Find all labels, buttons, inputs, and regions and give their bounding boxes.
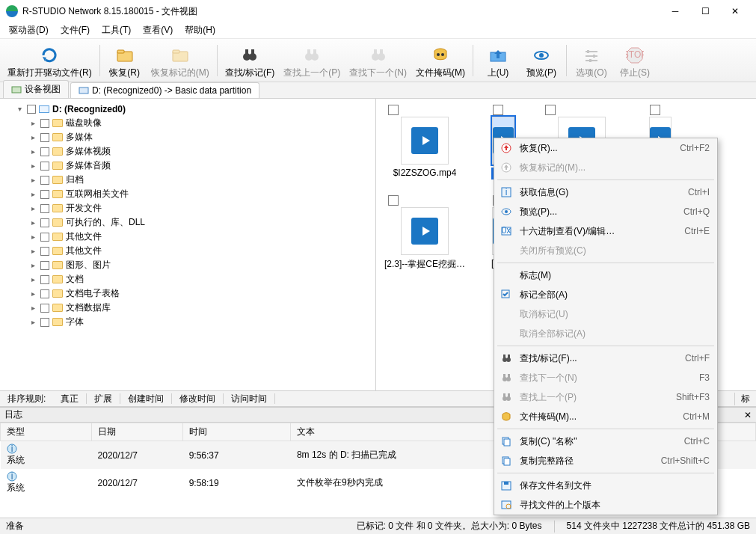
- close-button[interactable]: ✕: [720, 0, 750, 22]
- checkbox[interactable]: [40, 190, 49, 199]
- tree-item-label[interactable]: 归档: [66, 174, 84, 186]
- context-menu-item[interactable]: 寻找文件的上个版本: [494, 495, 717, 515]
- checkbox[interactable]: [40, 247, 49, 256]
- menu-item[interactable]: 帮助(H): [179, 22, 221, 38]
- toolbar-preview-button[interactable]: 预览(P): [520, 42, 563, 81]
- log-header[interactable]: 日期: [92, 423, 183, 441]
- context-menu-item[interactable]: 复制完整路径Ctrl+Shift+C: [494, 451, 717, 470]
- toolbar-recover-button[interactable]: 恢复(R): [103, 42, 147, 81]
- expand-icon[interactable]: ▸: [28, 119, 37, 127]
- checkbox[interactable]: [40, 304, 49, 313]
- checkbox[interactable]: [388, 105, 399, 115]
- expand-icon[interactable]: ▸: [28, 190, 37, 198]
- sort-item[interactable]: 真正: [53, 393, 87, 404]
- checkbox[interactable]: [40, 275, 49, 284]
- expand-icon[interactable]: ▸: [28, 233, 37, 241]
- tree-item-label[interactable]: 其他文件: [66, 245, 102, 257]
- tree-root-label[interactable]: D: (Recognized0): [52, 104, 126, 114]
- checkbox[interactable]: [40, 289, 49, 298]
- tree-item-label[interactable]: 多媒体视频: [66, 145, 111, 158]
- svg-point-16: [437, 53, 440, 56]
- tree-item-label[interactable]: 文档电子表格: [66, 287, 120, 300]
- svg-text:i: i: [10, 471, 13, 482]
- expand-icon[interactable]: ▸: [28, 247, 37, 255]
- context-menu-item[interactable]: 保存文件名到文件: [494, 476, 717, 495]
- svg-rect-47: [508, 355, 510, 358]
- checkbox[interactable]: [40, 261, 49, 270]
- expand-icon[interactable]: ▸: [28, 176, 37, 184]
- expand-icon[interactable]: ▸: [28, 304, 37, 312]
- checkbox[interactable]: [40, 162, 49, 171]
- checkbox[interactable]: [40, 176, 49, 185]
- checkbox[interactable]: [27, 105, 36, 114]
- log-close-icon[interactable]: ✕: [744, 410, 752, 420]
- tree-item-label[interactable]: 开发文件: [66, 202, 102, 215]
- context-menu-item[interactable]: 查找/标记(F)...Ctrl+F: [494, 349, 717, 368]
- expand-icon[interactable]: ▸: [28, 218, 37, 227]
- checkbox[interactable]: [40, 233, 49, 242]
- checkbox[interactable]: [40, 147, 49, 156]
- toolbar-find-button[interactable]: 查找/标记(F): [221, 42, 280, 81]
- expand-icon[interactable]: ▸: [28, 318, 37, 326]
- tree-item-label[interactable]: 多媒体: [66, 131, 93, 144]
- checkbox[interactable]: [40, 318, 49, 327]
- folder-tree[interactable]: ▾ D: (Recognized0) ▸磁盘映像▸多媒体▸多媒体视频▸多媒体音频…: [0, 99, 376, 390]
- toolbar-mask-button[interactable]: 文件掩码(M): [411, 42, 470, 81]
- tree-item-label[interactable]: 字体: [66, 316, 84, 328]
- checkbox[interactable]: [40, 119, 49, 128]
- sort-item[interactable]: 扩展: [87, 393, 120, 404]
- svg-rect-55: [508, 393, 510, 397]
- tree-item-label[interactable]: 磁盘映像: [66, 117, 102, 129]
- context-menu-item[interactable]: 预览(P)...Ctrl+Q: [494, 202, 717, 221]
- refresh-icon: [40, 46, 58, 64]
- tree-item-label[interactable]: 文档: [66, 273, 84, 286]
- toolbar-reopen-button[interactable]: 重新打开驱动文件(R): [3, 42, 96, 81]
- menu-item[interactable]: 查看(V): [137, 22, 179, 38]
- sort-right[interactable]: 标: [734, 393, 756, 405]
- file-item[interactable]: [2.3]--掌握CE挖掘…: [384, 195, 466, 271]
- checkbox[interactable]: [650, 105, 660, 115]
- context-menu-item[interactable]: 文件掩码(M)...Ctrl+M: [494, 407, 717, 426]
- context-menu-item[interactable]: 标志(M): [494, 266, 717, 285]
- expand-icon[interactable]: ▸: [28, 204, 37, 212]
- context-menu-item[interactable]: 复制(C) "名称"Ctrl+C: [494, 432, 717, 451]
- context-menu[interactable]: 恢复(R)...Ctrl+F2恢复标记的(M)...i获取信息(G)Ctrl+I…: [494, 138, 718, 515]
- tab-device[interactable]: 设备视图: [3, 80, 69, 98]
- checkbox[interactable]: [40, 133, 49, 142]
- expand-icon[interactable]: ▸: [28, 275, 37, 283]
- expand-icon[interactable]: ▸: [28, 289, 37, 298]
- file-item[interactable]: $I2ZSZOG.mp4: [384, 105, 466, 180]
- sort-item[interactable]: 访问时间: [224, 393, 275, 404]
- checkbox[interactable]: [388, 195, 399, 206]
- minimize-button[interactable]: ─: [660, 0, 690, 22]
- tree-item-label[interactable]: 可执行的、库、DLL: [66, 216, 145, 229]
- menu-item[interactable]: 工具(T): [96, 22, 137, 38]
- sort-item[interactable]: 修改时间: [172, 393, 224, 404]
- context-menu-item[interactable]: 恢复(R)...Ctrl+F2: [494, 138, 717, 158]
- tree-item-label[interactable]: 图形、图片: [66, 259, 111, 271]
- checkbox[interactable]: [40, 218, 49, 227]
- sort-item[interactable]: 创建时间: [120, 393, 172, 404]
- menu-item[interactable]: 驱动器(D): [3, 22, 55, 38]
- log-header[interactable]: 类型: [1, 423, 92, 441]
- tree-item-label[interactable]: 互联网相关文件: [66, 188, 129, 200]
- context-menu-item[interactable]: i获取信息(G)Ctrl+I: [494, 182, 717, 202]
- menu-item[interactable]: 文件(F): [55, 22, 96, 38]
- checkbox[interactable]: [493, 105, 503, 115]
- expand-icon[interactable]: ▸: [28, 147, 37, 156]
- checkbox[interactable]: [545, 105, 556, 115]
- expand-icon[interactable]: ▸: [28, 261, 37, 269]
- checkbox[interactable]: [40, 204, 49, 213]
- expand-icon[interactable]: ▾: [15, 105, 24, 113]
- tree-item-label[interactable]: 其他文件: [66, 230, 102, 243]
- tab-partition[interactable]: D: (Recognized0) -> Basic data partition: [70, 82, 259, 98]
- expand-icon[interactable]: ▸: [28, 133, 37, 141]
- expand-icon[interactable]: ▸: [28, 162, 37, 170]
- log-header[interactable]: 时间: [183, 423, 291, 441]
- context-menu-item[interactable]: 0x十六进制查看(V)/编辑…Ctrl+E: [494, 221, 717, 241]
- toolbar-up-button[interactable]: 上(U): [476, 42, 520, 81]
- maximize-button[interactable]: ☐: [690, 0, 720, 22]
- tree-item-label[interactable]: 文档数据库: [66, 301, 111, 314]
- tree-item-label[interactable]: 多媒体音频: [66, 159, 111, 172]
- context-menu-item[interactable]: 标记全部(A): [494, 285, 717, 304]
